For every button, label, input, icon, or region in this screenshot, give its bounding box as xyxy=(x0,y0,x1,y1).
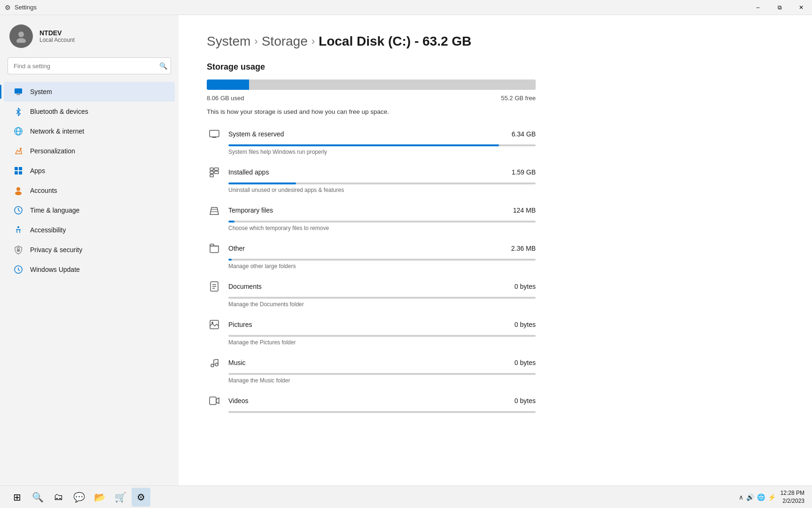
sidebar-item-accessibility[interactable]: Accessibility xyxy=(4,220,175,240)
storage-item-name-other: Other xyxy=(228,245,245,252)
storage-free-label: 55.2 GB free xyxy=(501,95,536,102)
sidebar-item-accounts[interactable]: Accounts xyxy=(4,181,175,200)
storage-item-bar-system xyxy=(228,144,536,146)
settings-taskbar-button[interactable]: ⚙ xyxy=(132,488,150,507)
search-input[interactable] xyxy=(8,57,171,74)
breadcrumb-storage[interactable]: Storage xyxy=(262,34,308,49)
storage-labels: 8.06 GB used 55.2 GB free xyxy=(207,95,536,102)
storage-item-videos[interactable]: Videos 0 bytes xyxy=(207,393,536,415)
bluetooth-icon xyxy=(13,106,23,117)
storage-item-info-music: Music 0 bytes xyxy=(228,359,536,366)
storage-item-info-videos: Videos 0 bytes xyxy=(228,397,536,405)
svg-rect-25 xyxy=(210,171,213,174)
close-button[interactable]: ✕ xyxy=(790,0,812,15)
app-body: NTDEV Local Account 🔍 SystemBluetooth & … xyxy=(0,15,812,485)
sidebar-item-label-accounts: Accounts xyxy=(30,187,57,194)
sidebar-profile[interactable]: NTDEV Local Account xyxy=(0,24,179,57)
taskbar: ⊞ 🔍 🗂 💬 📂 🛒 ⚙ ∧ 🔊 🌐 ⚡ 12:28 PM 2/2/2023 xyxy=(0,485,812,508)
storage-item-bar-installed xyxy=(228,183,536,184)
start-button[interactable]: ⊞ xyxy=(8,488,26,507)
titlebar-controls: – ⧉ ✕ xyxy=(747,0,812,15)
tray-network[interactable]: 🌐 xyxy=(757,493,765,501)
storage-item-header-temp: Temporary files 124 MB xyxy=(207,203,536,218)
titlebar: ⚙ Settings – ⧉ ✕ xyxy=(0,0,812,15)
svg-point-0 xyxy=(18,32,24,37)
sidebar-item-label-apps: Apps xyxy=(30,167,45,175)
storage-bar-container xyxy=(207,79,536,90)
storage-item-name-system: System & reserved xyxy=(228,130,284,138)
search-icon-button[interactable]: 🔍 xyxy=(159,62,167,70)
storage-item-installed[interactable]: Installed apps 1.59 GB Uninstall unused … xyxy=(207,165,536,193)
storage-item-desc-system: System files help Windows run properly xyxy=(228,149,536,155)
svg-point-17 xyxy=(17,226,19,228)
sidebar-item-bluetooth[interactable]: Bluetooth & devices xyxy=(4,102,175,121)
storage-item-bar-music xyxy=(228,373,536,375)
storage-item-info-pictures: Pictures 0 bytes xyxy=(228,321,536,328)
store-button[interactable]: 🛒 xyxy=(111,488,130,507)
storage-item-header-pictures: Pictures 0 bytes xyxy=(207,317,536,332)
accounts-icon xyxy=(13,185,23,196)
storage-item-name-pictures: Pictures xyxy=(228,321,252,328)
main-content: System › Storage › Local Disk (C:) - 63.… xyxy=(179,15,812,485)
system-tray: ∧ 🔊 🌐 ⚡ xyxy=(739,493,776,501)
sidebar-item-network[interactable]: Network & internet xyxy=(4,121,175,141)
storage-item-system[interactable]: System & reserved 6.34 GB System files h… xyxy=(207,127,536,155)
storage-item-bar-other xyxy=(228,259,536,261)
svg-point-7 xyxy=(20,148,22,150)
sidebar-item-label-bluetooth: Bluetooth & devices xyxy=(30,108,88,115)
chat-button[interactable]: 💬 xyxy=(70,488,88,507)
taskbar-clock[interactable]: 12:28 PM 2/2/2023 xyxy=(781,489,804,505)
storage-item-music[interactable]: Music 0 bytes Manage the Music folder xyxy=(207,355,536,384)
storage-item-pictures[interactable]: Pictures 0 bytes Manage the Pictures fol… xyxy=(207,317,536,346)
sidebar-item-apps[interactable]: Apps xyxy=(4,161,175,181)
storage-item-bar-fill-other xyxy=(228,259,232,261)
sidebar-item-label-system: System xyxy=(30,88,52,95)
sidebar-item-time[interactable]: Time & language xyxy=(4,200,175,220)
sidebar-item-privacy[interactable]: Privacy & security xyxy=(4,240,175,260)
explorer-button[interactable]: 📂 xyxy=(90,488,109,507)
clock-date: 2/2/2023 xyxy=(781,497,804,505)
storage-item-size-pictures: 0 bytes xyxy=(515,321,536,328)
avatar xyxy=(9,24,33,48)
sidebar-item-update[interactable]: Windows Update xyxy=(4,260,175,279)
svg-point-37 xyxy=(211,364,214,367)
storage-item-bar-fill-installed xyxy=(228,183,296,184)
app-title: Settings xyxy=(15,4,37,11)
storage-item-header-videos: Videos 0 bytes xyxy=(207,393,536,408)
storage-item-temp[interactable]: Temporary files 124 MB Choose which temp… xyxy=(207,203,536,231)
svg-line-16 xyxy=(18,210,20,212)
clock-time: 12:28 PM xyxy=(781,489,804,497)
svg-rect-10 xyxy=(15,171,18,175)
storage-item-icon-music xyxy=(207,355,222,370)
sidebar-item-system[interactable]: System xyxy=(4,82,175,102)
breadcrumb-current: Local Disk (C:) - 63.2 GB xyxy=(319,34,471,49)
storage-item-icon-temp xyxy=(207,203,222,218)
profile-info: NTDEV Local Account xyxy=(39,29,75,43)
storage-item-size-other: 2.36 MB xyxy=(511,245,536,252)
storage-item-bar-documents xyxy=(228,297,536,299)
storage-item-info-system: System & reserved 6.34 GB xyxy=(228,130,536,138)
tray-arrow[interactable]: ∧ xyxy=(739,493,743,501)
svg-line-41 xyxy=(214,359,218,360)
storage-item-icon-videos xyxy=(207,393,222,408)
storage-item-header-music: Music 0 bytes xyxy=(207,355,536,370)
minimize-button[interactable]: – xyxy=(747,0,769,15)
account-type: Local Account xyxy=(39,37,75,43)
sidebar-item-personalization[interactable]: Personalization xyxy=(4,141,175,161)
privacy-icon xyxy=(13,245,23,255)
sidebar: NTDEV Local Account 🔍 SystemBluetooth & … xyxy=(0,15,179,485)
taskview-button[interactable]: 🗂 xyxy=(49,488,68,507)
storage-item-size-videos: 0 bytes xyxy=(515,397,536,405)
storage-item-desc-pictures: Manage the Pictures folder xyxy=(228,339,536,346)
maximize-button[interactable]: ⧉ xyxy=(769,0,790,15)
tray-battery[interactable]: ⚡ xyxy=(768,493,776,501)
storage-item-bar-fill-system xyxy=(228,144,499,146)
storage-item-documents[interactable]: Documents 0 bytes Manage the Documents f… xyxy=(207,279,536,308)
breadcrumb-system[interactable]: System xyxy=(207,34,250,49)
tray-speaker[interactable]: 🔊 xyxy=(746,493,754,501)
storage-item-bar-fill-temp xyxy=(228,221,234,222)
storage-item-other[interactable]: Other 2.36 MB Manage other large folders xyxy=(207,241,536,270)
network-icon xyxy=(13,126,23,136)
svg-rect-3 xyxy=(16,94,20,95)
search-taskbar-button[interactable]: 🔍 xyxy=(28,488,47,507)
